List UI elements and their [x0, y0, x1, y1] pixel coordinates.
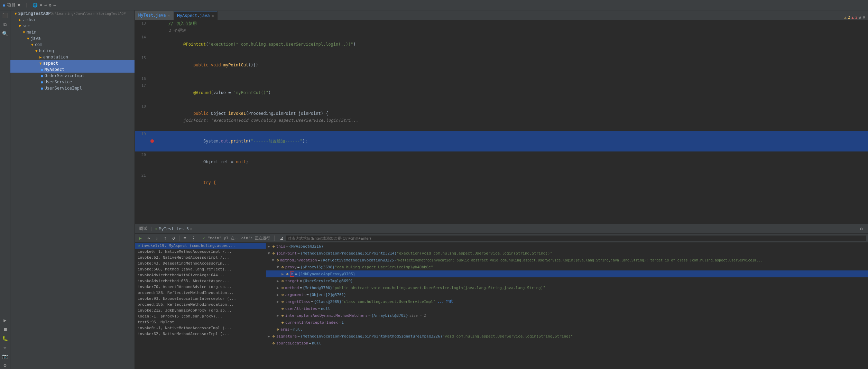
- var-row-target[interactable]: ▶ ⊕ target = {UserServiceImpl@3699}: [266, 277, 868, 284]
- debug-tab-close[interactable]: ✕: [190, 227, 192, 231]
- tree-item-huling[interactable]: ▼ huling: [10, 48, 135, 54]
- nav-icon-2[interactable]: ⧉: [1, 21, 9, 28]
- callstack-item-4[interactable]: invoke:566, Method (java.lang.reflect)..…: [135, 266, 266, 272]
- var-row-currentindex[interactable]: ▶ ⊕ currentInterceptorIndex = 1: [266, 319, 868, 326]
- callstack-item-0[interactable]: ⊖ invoke1:19, MyAspect (com.huling.aspec…: [135, 243, 266, 249]
- nav-icon-6[interactable]: 🐛: [1, 334, 9, 342]
- nav-icon-4[interactable]: ▶: [1, 316, 9, 324]
- toolbar-list-icon[interactable]: ≡: [40, 3, 42, 8]
- var-row-joinpoint[interactable]: ▼ ⊕ joinPoint = {MethodInvocationProceed…: [266, 250, 868, 257]
- tree-item-project[interactable]: ▼ SpringTestAOP D:\Learning\Java\learn\S…: [10, 10, 135, 17]
- var-eq-this: =: [286, 244, 288, 249]
- nav-icon-1[interactable]: ⬛: [1, 12, 9, 19]
- code-content-15: public void myPointCut(){}: [156, 55, 258, 75]
- callstack-item-9[interactable]: invoke:93, ExposeInvocationInterceptor (…: [135, 296, 266, 302]
- nav-up-icon[interactable]: ∧: [859, 15, 861, 20]
- callstack-item-13[interactable]: test5:95, MyTest: [135, 319, 266, 325]
- tree-item-src[interactable]: ▼ src: [10, 23, 135, 29]
- var-val-interceptors: {ArrayList@3702}: [371, 313, 408, 318]
- tree-item-java[interactable]: ▼ java: [10, 35, 135, 41]
- var-row-methodinvocation[interactable]: ▼ ⊕ methodInvocation = {ReflectiveMethod…: [266, 257, 868, 264]
- callstack-item-14[interactable]: invoke0:-1, NativeMethodAccessorImpl (..…: [135, 325, 266, 331]
- tree-item-main[interactable]: ▼ main: [10, 29, 135, 35]
- debug-settings-icon[interactable]: ⚙: [860, 226, 863, 231]
- gutter-18: [149, 103, 156, 131]
- debug-panel-close[interactable]: —: [864, 227, 867, 231]
- var-row-method[interactable]: ▶ ⊕ method = {Method@3700} "public abstr…: [266, 284, 868, 291]
- var-row-interceptors[interactable]: ▶ ⊕ interceptorsAndDynamicMethodMatchers…: [266, 312, 868, 319]
- callstack-item-6[interactable]: invokeAdviceMethod:633, AbstractAspec...: [135, 278, 266, 284]
- callstack-item-5[interactable]: invokeAdviceMethodWithGivenArgs:644...: [135, 272, 266, 278]
- callstack-label-12: login:-1, $Proxy15 (com.sun.proxy)...: [138, 314, 222, 319]
- tree-item-idea[interactable]: ▶ .idea: [10, 17, 135, 23]
- callstack-item-2[interactable]: invoke:62, NativeMethodAccessorImpl /...: [135, 255, 266, 260]
- tree-item-annotation[interactable]: ▶ annotation: [10, 54, 135, 60]
- tree-item-userservice[interactable]: ● UserService: [10, 79, 135, 85]
- nav-icon-8[interactable]: 📷: [1, 352, 9, 360]
- nav-icon-5[interactable]: ⏹: [1, 325, 9, 333]
- folder-expand-icon: ▼: [15, 11, 17, 16]
- nav-icon-7[interactable]: ✏: [1, 343, 9, 351]
- main-layout: ⬛ ⧉ 🔍 ▶ ⏹ 🐛 ✏ 📷 ⚙ ▼ SpringTestAOP D:\Lea…: [0, 10, 868, 369]
- var-nav-targetclass[interactable]: ... 导航: [437, 299, 453, 304]
- callstack-item-1[interactable]: invoke0:-1, NativeMethodAccessorImpl /..…: [135, 249, 266, 255]
- callstack-item-3[interactable]: invoke:43, DelegatingMethodAccessorIm...: [135, 260, 266, 266]
- debug-step-over-btn[interactable]: ↷: [145, 235, 152, 242]
- var-row-h[interactable]: ▶ ⊕ h = {JdkDynamicAopProxy@3705}: [266, 270, 868, 277]
- toolbar-gear-icon[interactable]: ⚙: [49, 3, 51, 8]
- var-row-userattributes[interactable]: ▶ ⊕ userAttributes = null: [266, 305, 868, 312]
- toolbar-split-icon[interactable]: ⇌: [44, 3, 47, 8]
- toolbar-globe-icon[interactable]: 🌐: [33, 3, 38, 8]
- callstack-item-11[interactable]: invoke:212, JdkDynamicAopProxy (org.sp..…: [135, 307, 266, 313]
- project-label[interactable]: 项目: [7, 2, 16, 8]
- var-name-interceptors: interceptorsAndDynamicMethodMatchers: [285, 313, 368, 318]
- gutter-21: [149, 172, 156, 193]
- tree-item-myaspect[interactable]: ● MyAspect: [10, 66, 135, 73]
- var-row-proxy[interactable]: ▼ ⊕ proxy = {$Proxy15@3698} "com.huling.…: [266, 264, 868, 270]
- var-expand-currentindex: ▶: [277, 320, 281, 325]
- tree-item-userserviceimpl[interactable]: ● UserServiceImpl: [10, 85, 135, 91]
- tab-mytest-close[interactable]: ✕: [168, 13, 170, 17]
- debug-resume-btn[interactable]: ▶: [137, 235, 144, 242]
- callstack-item-15[interactable]: invoke:62, NativeMethodAccessorImpl (...: [135, 331, 266, 337]
- nav-down-icon[interactable]: ∨: [863, 15, 865, 20]
- project-dropdown[interactable]: ▼: [18, 3, 20, 8]
- debug-more-btn[interactable]: ⋮: [190, 235, 197, 242]
- tab-myaspect-close[interactable]: ✕: [212, 14, 214, 18]
- var-expand-sourcelocation: ▶: [268, 341, 273, 345]
- var-row-signature[interactable]: ▶ ⊕ signature = {MethodInvocationProceed…: [266, 333, 868, 340]
- callstack-item-12[interactable]: login:-1, $Proxy15 (com.sun.proxy)...: [135, 313, 266, 319]
- var-row-sourcelocation[interactable]: ▶ ⊕ sourceLocation = null: [266, 340, 868, 347]
- debug-tab-mytest[interactable]: ⊕ MyTest.test5 ✕: [153, 227, 195, 231]
- tab-mytest[interactable]: MyTest.java ✕: [135, 11, 174, 20]
- var-val-signature: {MethodInvocationProceedingJoinPoint$Met…: [301, 334, 443, 339]
- debug-expression-input[interactable]: [286, 236, 866, 241]
- debug-step-into-btn[interactable]: ↓: [154, 235, 160, 242]
- debug-filter-icon[interactable]: ⊿: [278, 235, 285, 242]
- debug-step-out-btn[interactable]: ↑: [162, 235, 169, 242]
- var-row-this[interactable]: ▶ ⊕ this = {MyAspect@3216}: [266, 243, 868, 250]
- var-row-targetclass[interactable]: ▶ ⊕ targetClass = {Class@2985} "class co…: [266, 298, 868, 305]
- callstack-item-8[interactable]: proceed:186, ReflectiveMethodInvocation.…: [135, 290, 266, 296]
- folder-icon-aspect: ▼: [39, 61, 42, 66]
- toolbar-minimize-icon[interactable]: —: [53, 3, 56, 8]
- tree-label-java: java: [31, 36, 41, 41]
- tree-label-main: main: [27, 30, 37, 35]
- callstack-item-10[interactable]: proceed:186, ReflectiveMethodInvocation.…: [135, 302, 266, 307]
- tree-item-orderserviceimpl[interactable]: ● OrderServiceImpl: [10, 73, 135, 79]
- tree-label-myaspect: MyAspect: [45, 67, 65, 72]
- tab-myaspect[interactable]: MyAspect.java ✕: [174, 11, 218, 20]
- tree-item-com[interactable]: ▼ com: [10, 41, 135, 48]
- debug-view-btn[interactable]: ≡: [182, 235, 188, 242]
- breakpoint-19[interactable]: [150, 139, 154, 143]
- toolbar-sep: |: [25, 3, 27, 8]
- var-row-args[interactable]: ▶ ⊕ args = null: [266, 326, 868, 333]
- var-row-arguments[interactable]: ▶ ⊕ arguments = {Object[2]@3701}: [266, 291, 868, 298]
- tree-item-aspect[interactable]: ▼ aspect: [10, 60, 135, 66]
- code-editor[interactable]: 13 // 切入点复用 1 个用法 14 @Pointcut("executio…: [135, 20, 868, 224]
- line-num-17: 17: [135, 82, 149, 103]
- nav-icon-9[interactable]: ⚙: [1, 361, 9, 369]
- callstack-item-7[interactable]: invoke:70, AspectJAroundAdvice (org.sp..…: [135, 284, 266, 290]
- nav-icon-3[interactable]: 🔍: [1, 30, 9, 37]
- debug-restart-btn[interactable]: ↺: [170, 235, 177, 242]
